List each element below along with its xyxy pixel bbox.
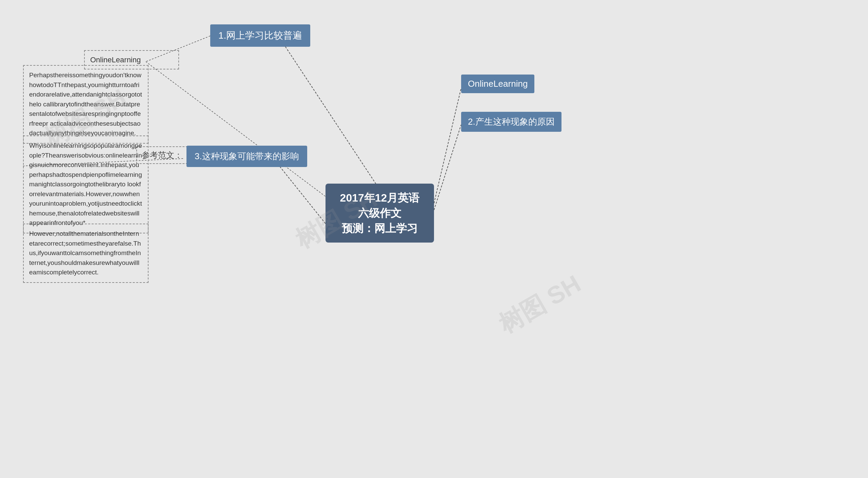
svg-line-1 xyxy=(434,88,461,203)
middle-node: 3.这种现象可能带来的影响 xyxy=(186,146,307,167)
left-box-2: Whyisonlinelearningsopopularamongpeople?… xyxy=(23,136,149,233)
top-node: 1.网上学习比较普遍 xyxy=(210,24,310,47)
left-box-3: However,notallthematerialsontheInterneta… xyxy=(23,224,149,283)
svg-line-2 xyxy=(434,125,461,210)
central-node: 2017年12月英语六级作文 预测：网上学习 xyxy=(326,184,434,243)
watermark-3: 树图 SH xyxy=(493,268,587,340)
svg-line-4 xyxy=(146,62,326,196)
right-node-online: OnlineLearning xyxy=(461,75,534,93)
left-box-1: Perhapsthereissomethingyoudon'tknowhowto… xyxy=(23,65,149,144)
svg-line-0 xyxy=(281,41,380,190)
right-node-cause: 2.产生这种现象的原因 xyxy=(461,112,561,132)
